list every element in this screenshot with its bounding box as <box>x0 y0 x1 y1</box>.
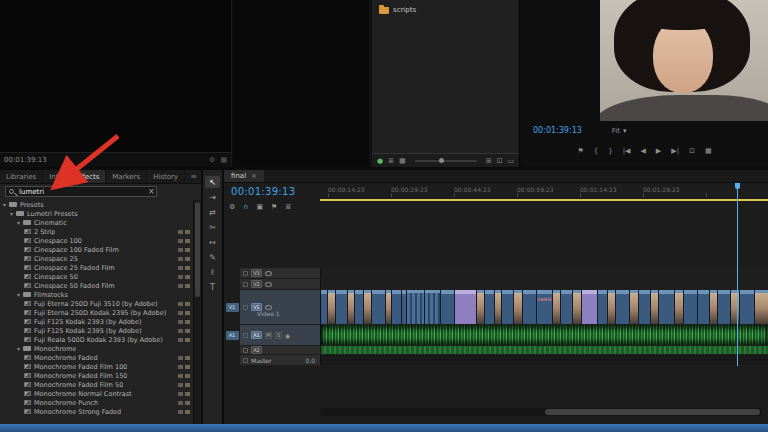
track-lock-icon[interactable] <box>243 271 248 276</box>
twirl-down-icon[interactable]: ▾ <box>17 291 20 298</box>
timeline-clip[interactable]: DANIELLE <box>537 290 553 324</box>
track-lock-icon[interactable] <box>243 358 248 363</box>
timeline-clip[interactable] <box>455 290 477 324</box>
timeline-clip[interactable] <box>514 290 523 324</box>
tab-history[interactable]: History <box>147 170 185 183</box>
source-patch-v1-box[interactable]: V1 <box>226 303 239 312</box>
effects-preset-row[interactable]: Monochrome Faded Film 150 <box>0 371 192 380</box>
project-bin-row[interactable]: scripts <box>379 5 416 15</box>
timeline-clip[interactable] <box>485 290 495 324</box>
timeline-clip[interactable] <box>407 290 425 324</box>
effects-preset-row[interactable]: Cinespace 100 Faded Film <box>0 245 192 254</box>
timeline-ruler[interactable]: 00:00:14:2300:00:29:2300:00:44:2300:00:5… <box>320 183 768 200</box>
mark-in-icon[interactable]: { <box>594 147 598 155</box>
timeline-clip[interactable] <box>553 290 561 324</box>
new-bin-icon[interactable]: ⊞ <box>486 157 492 165</box>
twirl-down-icon[interactable]: ▾ <box>17 219 20 226</box>
step-back-icon[interactable]: ◀ <box>640 147 645 155</box>
track-v1-lane[interactable]: DANIELLE <box>320 290 768 324</box>
timeline-clip[interactable] <box>639 290 651 324</box>
track-output-icon[interactable] <box>265 305 272 310</box>
timeline-menu-icon[interactable]: ≣ <box>285 203 291 211</box>
track-a2-lane[interactable] <box>320 346 768 354</box>
track-a2-toggle[interactable]: A2 <box>251 346 262 354</box>
add-marker-icon[interactable]: ⚑ <box>578 147 584 155</box>
selection-tool[interactable]: ↖ <box>205 176 220 188</box>
timeline-clip[interactable] <box>372 290 386 324</box>
scrollbar-thumb[interactable] <box>195 202 200 297</box>
track-output-icon[interactable] <box>265 282 272 287</box>
source-patch-a2[interactable] <box>224 346 240 354</box>
effects-scrollbar[interactable] <box>193 200 201 424</box>
timeline-clip[interactable] <box>731 290 740 324</box>
timeline-clip[interactable] <box>616 290 630 324</box>
zoom-level-dropdown[interactable]: Fit ▾ <box>612 127 627 135</box>
effects-bin-row[interactable]: ▾Monochrome <box>0 344 192 353</box>
new-item-icon[interactable]: ⊡ <box>497 157 503 165</box>
track-lock-icon[interactable] <box>243 282 248 287</box>
effects-preset-row[interactable]: Fuji Reala 500D Kodak 2393 (by Adobe) <box>0 335 192 344</box>
track-lock-icon[interactable] <box>243 348 248 353</box>
effects-bin-row[interactable]: ▾Cinematic <box>0 218 192 227</box>
snap-icon[interactable]: ∩ <box>243 203 248 211</box>
timeline-clip[interactable] <box>477 290 485 324</box>
list-view-icon[interactable]: ≣ <box>388 157 394 165</box>
pen-tool[interactable]: ✎ <box>205 251 220 263</box>
effects-preset-row[interactable]: Monochrome Punch <box>0 398 192 407</box>
mark-out-icon[interactable]: } <box>608 147 612 155</box>
playhead-handle[interactable] <box>735 183 740 189</box>
timeline-clip[interactable] <box>598 290 608 324</box>
effects-preset-row[interactable]: Fuji Eterna 250D Fuji 3510 (by Adobe) <box>0 299 192 308</box>
timeline-settings-icon[interactable]: ⚙ <box>229 203 235 211</box>
effects-preset-row[interactable]: Cinespace 100 <box>0 236 192 245</box>
effects-preset-row[interactable]: Monochrome Faded Film 50 <box>0 380 192 389</box>
project-writable-icon[interactable]: ● <box>377 157 383 165</box>
effects-bin-row[interactable]: ▾Lumetri Presets <box>0 209 192 218</box>
timeline-clip[interactable] <box>659 290 675 324</box>
linked-selection-icon[interactable]: ▣ <box>256 203 263 211</box>
playhead[interactable] <box>737 183 738 366</box>
grid-icon[interactable]: ▦ <box>220 156 227 164</box>
track-v2-toggle[interactable]: V2 <box>251 280 262 288</box>
solo-button[interactable]: S <box>275 332 282 339</box>
effects-preset-row[interactable]: Cinespace 50 <box>0 272 192 281</box>
effects-bin-row[interactable]: ▾Filmstocks <box>0 290 192 299</box>
twirl-down-icon[interactable]: ▾ <box>3 201 6 208</box>
timeline-clip[interactable] <box>684 290 698 324</box>
timeline-clip[interactable] <box>364 290 372 324</box>
effects-preset-row[interactable]: Monochrome Normal Contrast <box>0 389 192 398</box>
timeline-clip[interactable] <box>740 290 755 324</box>
track-a1-lane[interactable] <box>320 325 768 345</box>
effects-preset-row[interactable]: Cinespace 50 Faded Film <box>0 281 192 290</box>
track-a1-toggle[interactable]: A1 <box>251 331 262 339</box>
timeline-clip[interactable] <box>582 290 598 324</box>
timeline-clip[interactable] <box>495 290 502 324</box>
track-v3-lane[interactable] <box>320 268 768 278</box>
effects-preset-row[interactable]: Fuji F125 Kodak 2395 (by Adobe) <box>0 326 192 335</box>
lift-icon[interactable]: ⊡ <box>689 147 695 155</box>
delete-icon[interactable]: ▭ <box>507 157 514 165</box>
clear-search-icon[interactable]: × <box>148 187 155 197</box>
track-v3-toggle[interactable]: V3 <box>251 269 262 277</box>
timeline-clip[interactable] <box>755 290 768 324</box>
track-output-icon[interactable] <box>265 271 272 276</box>
effects-preset-row[interactable]: 2 Strip <box>0 227 192 236</box>
track-lock-icon[interactable] <box>243 333 248 338</box>
timeline-clip[interactable] <box>523 290 537 324</box>
panel-menu-icon[interactable]: ≡ <box>186 170 201 183</box>
effects-preset-row[interactable]: Monochrome Strong Faded <box>0 407 192 416</box>
timeline-clip[interactable] <box>561 290 573 324</box>
timeline-clip[interactable] <box>651 290 659 324</box>
type-tool[interactable]: T <box>205 281 220 293</box>
master-level-value[interactable]: 0.0 <box>305 357 317 364</box>
settings-icon[interactable]: ⚙ <box>209 156 215 164</box>
source-patch-v3[interactable] <box>224 268 240 278</box>
scrollbar-thumb[interactable] <box>545 409 760 415</box>
timeline-clip[interactable] <box>698 290 710 324</box>
icon-view-icon[interactable]: ▦ <box>399 157 406 165</box>
thumbnail-zoom-slider[interactable] <box>415 160 477 162</box>
sequence-tab[interactable]: final × <box>224 170 264 182</box>
effects-preset-row[interactable]: Monochrome Faded <box>0 353 192 362</box>
export-frame-icon[interactable]: ▦ <box>705 147 712 155</box>
close-tab-icon[interactable]: × <box>251 172 257 180</box>
